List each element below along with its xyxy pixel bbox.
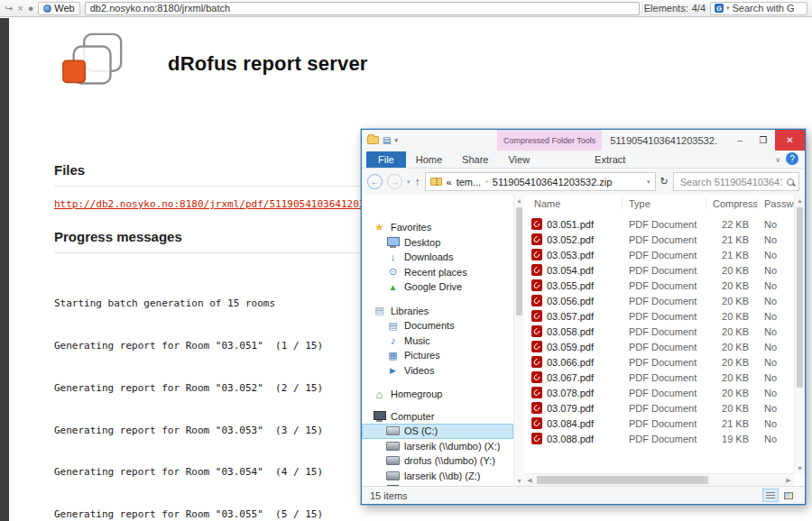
file-row[interactable]: 03.053.pdf PDF Document 21 KB No xyxy=(524,247,794,262)
file-row[interactable]: 03.088.pdf PDF Document 19 KB No xyxy=(524,431,794,446)
file-row[interactable]: 03.066.pdf PDF Document 20 KB No xyxy=(524,354,794,370)
nav-item[interactable]: Google Drive xyxy=(362,279,513,295)
search-icon xyxy=(787,178,794,186)
file-password-protected: No xyxy=(758,418,794,429)
address-dropdown-icon[interactable] xyxy=(647,178,651,186)
column-header[interactable]: Name xyxy=(528,197,623,210)
pdf-icon xyxy=(531,218,542,230)
refresh-icon[interactable] xyxy=(660,176,669,187)
explorer-search-box[interactable] xyxy=(673,172,799,191)
chevron-down-icon[interactable] xyxy=(726,5,730,12)
details-view-button[interactable] xyxy=(762,489,779,502)
breadcrumb[interactable]: « tem... 5119054103641203532.zip xyxy=(425,172,656,191)
window-title: 5119054103641203532... xyxy=(610,130,718,151)
scrollbar-thumb[interactable] xyxy=(537,476,708,484)
nav-item-label: Downloads xyxy=(404,251,453,262)
forward-button[interactable] xyxy=(387,174,402,189)
nav-item[interactable]: Pictures xyxy=(362,348,513,363)
nav-item[interactable]: Music xyxy=(362,334,513,349)
web-mode-button[interactable]: Web xyxy=(38,2,79,15)
qat-dropdown-icon[interactable] xyxy=(394,137,398,144)
scroll-left-icon[interactable] xyxy=(524,474,535,486)
title-bar[interactable]: Compressed Folder Tools 5119054103641203… xyxy=(362,130,805,151)
breadcrumb-current[interactable]: 5119054103641203532.zip xyxy=(493,177,613,187)
nav-item[interactable]: drofus (\\dumbo) (Y:) xyxy=(362,453,513,469)
details-view-icon xyxy=(766,492,775,499)
column-header[interactable]: Compress... xyxy=(706,197,758,210)
scrollbar-thumb[interactable] xyxy=(516,207,522,315)
address-bar-input[interactable] xyxy=(85,2,640,15)
file-row[interactable]: 03.079.pdf PDF Document 20 KB No xyxy=(524,400,794,416)
breadcrumb-overflow[interactable]: « xyxy=(447,177,452,187)
file-row[interactable]: 03.056.pdf PDF Document 20 KB No xyxy=(524,293,794,308)
nav-item[interactable]: larserik (\\db) (Z:) xyxy=(362,469,513,484)
scroll-down-icon[interactable] xyxy=(795,462,805,473)
redo-arrow-icon[interactable]: ↪ xyxy=(5,4,13,14)
file-password-protected: No xyxy=(758,388,794,398)
file-row[interactable]: 03.084.pdf PDF Document 21 KB No xyxy=(524,416,794,431)
pictures-icon xyxy=(386,349,400,361)
nav-item[interactable]: OS (C:) xyxy=(362,424,513,439)
nav-item[interactable]: Favorites xyxy=(362,220,513,235)
list-vertical-scrollbar[interactable] xyxy=(794,195,805,473)
nav-item-label: Desktop xyxy=(404,237,440,248)
breadcrumb-parent[interactable]: tem... xyxy=(457,177,482,187)
zip-download-link[interactable]: http://db2.nosyko.no:8180/jrxml/pdf/5119… xyxy=(54,198,407,210)
column-header[interactable]: Type xyxy=(623,197,706,210)
scroll-right-icon[interactable] xyxy=(783,474,794,486)
tab-file[interactable]: File xyxy=(366,151,406,168)
back-button[interactable] xyxy=(367,174,383,189)
help-icon[interactable] xyxy=(786,152,798,165)
file-row[interactable]: 03.051.pdf PDF Document 22 KB No xyxy=(524,216,794,232)
tab-share[interactable]: Share xyxy=(452,151,498,168)
file-row[interactable]: 03.059.pdf PDF Document 20 KB No xyxy=(524,339,794,354)
file-row[interactable]: 03.078.pdf PDF Document 20 KB No xyxy=(524,385,794,400)
file-row[interactable]: 03.057.pdf PDF Document 20 KB No xyxy=(524,308,794,324)
scroll-up-icon[interactable] xyxy=(795,195,805,206)
tab-view[interactable]: View xyxy=(498,151,540,168)
nav-item-label: larserik (\\dumbo) (X:) xyxy=(404,441,500,452)
nav-item[interactable]: Videos xyxy=(362,363,513,379)
close-button[interactable] xyxy=(775,130,805,151)
list-horizontal-scrollbar[interactable] xyxy=(524,473,794,486)
file-compressed-size: 20 KB xyxy=(706,311,758,322)
file-row[interactable]: 03.054.pdf PDF Document 20 KB No xyxy=(524,262,794,278)
maximize-button[interactable] xyxy=(752,130,775,151)
nav-item[interactable]: Downloads xyxy=(362,250,513,265)
nav-item[interactable]: Documents xyxy=(362,318,513,334)
tab-home[interactable]: Home xyxy=(406,151,452,168)
file-row[interactable]: 03.055.pdf PDF Document 20 KB No xyxy=(524,278,794,293)
scrollbar-thumb[interactable] xyxy=(797,207,803,388)
expand-ribbon-icon[interactable] xyxy=(775,156,780,164)
column-header[interactable]: Password xyxy=(758,197,794,210)
file-row[interactable]: 03.067.pdf PDF Document 20 KB No xyxy=(524,370,794,385)
computer-icon xyxy=(373,410,386,423)
scroll-down-icon[interactable] xyxy=(514,475,524,486)
close-icon[interactable]: × xyxy=(17,4,23,14)
properties-icon[interactable] xyxy=(383,135,391,145)
file-name: 03.059.pdf xyxy=(547,342,594,352)
ribbon-tabs: File Home Share View Extract xyxy=(362,151,805,169)
file-row[interactable]: 03.052.pdf PDF Document 21 KB No xyxy=(524,232,794,247)
nav-item[interactable]: Computer xyxy=(362,409,513,425)
record-icon[interactable]: ● xyxy=(28,4,34,14)
nav-item[interactable]: Libraries xyxy=(362,304,513,319)
browser-search-box[interactable]: Search with G xyxy=(710,2,807,15)
nav-item[interactable]: Recent places xyxy=(362,265,513,280)
tab-extract[interactable]: Extract xyxy=(585,151,635,168)
thumbnails-view-button[interactable] xyxy=(780,489,797,502)
nav-item[interactable]: Homegroup xyxy=(362,387,513,402)
file-row[interactable]: 03.058.pdf PDF Document 20 KB No xyxy=(524,324,794,339)
up-button[interactable] xyxy=(415,176,420,188)
pdf-icon xyxy=(531,371,542,383)
file-password-protected: No xyxy=(758,403,794,414)
scroll-up-icon[interactable] xyxy=(514,195,524,206)
page-header: dRofus report server xyxy=(54,31,762,97)
nav-item[interactable]: larserik (\\dumbo) (X:) xyxy=(362,439,513,454)
nav-item[interactable]: Desktop xyxy=(362,235,513,251)
minimize-button[interactable] xyxy=(728,130,752,151)
nav-scrollbar[interactable] xyxy=(513,195,524,486)
history-dropdown-icon[interactable] xyxy=(407,178,411,186)
explorer-search-input[interactable] xyxy=(678,176,784,188)
file-compressed-size: 20 KB xyxy=(706,342,758,352)
